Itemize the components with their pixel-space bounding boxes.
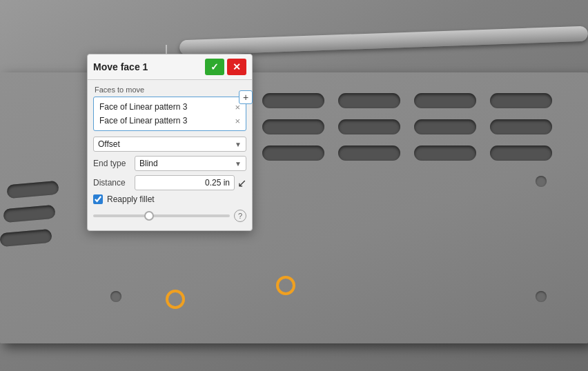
slot <box>3 205 55 223</box>
faces-box: + Face of Linear pattern 3 × Face of Lin… <box>93 97 246 131</box>
slot <box>262 146 324 161</box>
distance-arrow-icon[interactable]: ↙ <box>237 177 246 190</box>
reapply-fillet-row: Reapply fillet <box>93 194 246 204</box>
mounting-hole <box>536 176 547 187</box>
end-type-value: Blind <box>139 159 158 168</box>
slot <box>262 93 324 108</box>
distance-label: Distance <box>93 178 135 188</box>
slot <box>6 181 59 199</box>
slot <box>338 119 400 134</box>
dialog-title: Move face 1 <box>93 61 148 72</box>
dialog-body: Faces to move + Face of Linear pattern 3… <box>88 80 252 230</box>
end-type-select[interactable]: Blind ▼ <box>135 156 246 171</box>
slider-row: ? <box>93 210 246 222</box>
help-icon[interactable]: ? <box>234 210 246 222</box>
move-face-dialog: Move face 1 ✓ ✕ Faces to move + Face of … <box>87 54 253 231</box>
face-remove-button[interactable]: × <box>235 117 240 126</box>
end-type-row: End type Blind ▼ <box>93 156 246 171</box>
slot <box>338 93 400 108</box>
confirm-button[interactable]: ✓ <box>205 59 224 75</box>
face-item-label: Face of Linear pattern 3 <box>99 116 187 126</box>
slot <box>338 146 400 161</box>
end-type-arrow-icon: ▼ <box>235 160 242 168</box>
slot <box>414 146 476 161</box>
distance-input[interactable] <box>135 175 235 190</box>
slot <box>262 119 324 134</box>
orange-marker <box>166 290 185 309</box>
slot <box>414 93 476 108</box>
slider-input[interactable] <box>93 214 230 217</box>
offset-select[interactable]: Offset ▼ <box>93 137 246 152</box>
reapply-fillet-checkbox[interactable] <box>93 194 103 204</box>
dialog-action-buttons: ✓ ✕ <box>205 59 246 75</box>
slot <box>490 93 552 108</box>
face-item: Face of Linear pattern 3 × <box>97 114 243 128</box>
slot <box>490 146 552 161</box>
orange-marker <box>276 276 295 295</box>
add-face-button[interactable]: + <box>239 90 253 104</box>
mounting-hole <box>536 291 547 302</box>
distance-row: Distance ↙ <box>93 175 246 190</box>
face-item-label: Face of Linear pattern 3 <box>99 102 187 112</box>
offset-label: Offset <box>98 139 120 149</box>
dialog-header: Move face 1 ✓ ✕ <box>88 54 252 80</box>
cancel-button[interactable]: ✕ <box>227 59 246 75</box>
slot <box>490 119 552 134</box>
slot <box>414 119 476 134</box>
offset-row: Offset ▼ <box>93 137 246 152</box>
faces-section-label: Faces to move <box>93 86 246 94</box>
slot <box>0 229 52 247</box>
mounting-hole <box>110 291 121 302</box>
offset-arrow-icon: ▼ <box>235 141 242 148</box>
end-type-label: End type <box>93 159 135 168</box>
reapply-fillet-label: Reapply fillet <box>107 194 155 204</box>
face-item: Face of Linear pattern 3 × <box>97 100 243 114</box>
